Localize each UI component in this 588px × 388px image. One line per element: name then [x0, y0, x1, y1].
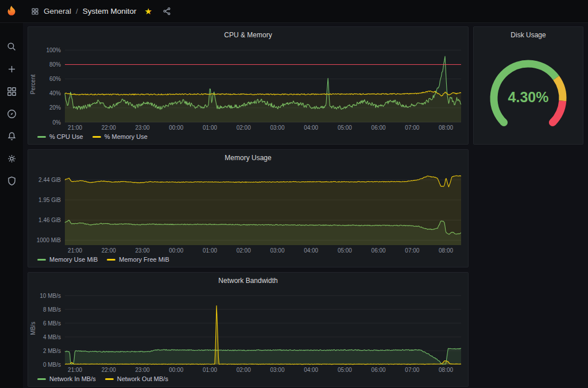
- svg-text:60%: 60%: [49, 76, 61, 82]
- grafana-flame-icon: [5, 5, 18, 18]
- sidebar-item-dashboards[interactable]: [2, 84, 21, 99]
- svg-text:6 MB/s: 6 MB/s: [43, 320, 61, 327]
- sidebar-item-create[interactable]: [2, 61, 21, 76]
- svg-text:08:00: 08:00: [439, 125, 453, 131]
- svg-text:0%: 0%: [53, 119, 61, 126]
- legend-swatch: [92, 136, 101, 138]
- cpu-memory-chart[interactable]: 0%20%40%60%80%100%21:0022:0023:0000:0001…: [28, 41, 468, 133]
- svg-text:00:00: 00:00: [169, 247, 183, 254]
- network-bandwidth-chart[interactable]: 0 MB/s2 MB/s4 MB/s6 MB/s8 MB/s10 MB/s21:…: [28, 286, 468, 375]
- svg-text:MB/s: MB/s: [30, 322, 36, 335]
- svg-text:03:00: 03:00: [270, 367, 284, 373]
- svg-text:10 MB/s: 10 MB/s: [40, 293, 61, 299]
- svg-text:21:00: 21:00: [68, 125, 82, 131]
- svg-text:23:00: 23:00: [136, 367, 150, 373]
- breadcrumb: General / System Monitor ★: [31, 7, 171, 15]
- svg-text:02:00: 02:00: [237, 367, 251, 373]
- dashboards-icon: [6, 86, 17, 97]
- svg-text:2.44 GiB: 2.44 GiB: [38, 177, 61, 183]
- svg-text:03:00: 03:00: [270, 125, 284, 131]
- svg-text:22:00: 22:00: [102, 367, 116, 373]
- svg-text:01:00: 01:00: [203, 247, 217, 254]
- network-bandwidth-legend: Network In MB/sNetwork Out MB/s: [28, 375, 468, 386]
- sidebar-item-search[interactable]: [2, 39, 21, 54]
- svg-text:06:00: 06:00: [372, 247, 386, 254]
- legend-item--cpu-use[interactable]: % CPU Use: [37, 133, 83, 140]
- svg-text:01:00: 01:00: [203, 367, 217, 373]
- dashboards-grid-icon: [31, 7, 39, 15]
- svg-text:02:00: 02:00: [237, 125, 251, 131]
- svg-text:00:00: 00:00: [169, 367, 183, 373]
- memory-usage-legend: Memory Use MiBMemory Free MiB: [28, 255, 468, 267]
- svg-text:04:00: 04:00: [304, 247, 318, 254]
- svg-text:06:00: 06:00: [372, 367, 386, 373]
- breadcrumb-section[interactable]: General: [44, 7, 71, 15]
- compass-icon: [6, 108, 17, 119]
- svg-text:21:00: 21:00: [68, 367, 82, 373]
- legend-item-memory-use-mib[interactable]: Memory Use MiB: [37, 256, 98, 263]
- svg-text:03:00: 03:00: [270, 247, 284, 254]
- panel-title-cpu-memory[interactable]: CPU & Memory: [28, 27, 468, 41]
- sidebar: [0, 23, 23, 388]
- search-icon: [6, 41, 17, 52]
- svg-text:4 MB/s: 4 MB/s: [43, 334, 61, 340]
- panel-title-network-bandwidth[interactable]: Network Bandwidth: [28, 273, 468, 286]
- panel-network-bandwidth: Network Bandwidth 0 MB/s2 MB/s4 MB/s6 MB…: [28, 272, 469, 387]
- legend-swatch: [107, 259, 115, 261]
- share-icon[interactable]: [163, 7, 171, 15]
- svg-text:02:00: 02:00: [237, 247, 251, 254]
- panel-title-memory-usage[interactable]: Memory Usage: [28, 150, 468, 164]
- bell-icon: [6, 131, 17, 142]
- svg-text:08:00: 08:00: [439, 247, 453, 254]
- svg-text:Percent: Percent: [30, 75, 36, 95]
- svg-text:07:00: 07:00: [405, 125, 419, 131]
- sidebar-item-server-admin[interactable]: [2, 173, 21, 188]
- legend-item-memory-free-mib[interactable]: Memory Free MiB: [107, 256, 169, 263]
- memory-usage-chart[interactable]: 1000 MiB1.46 GiB1.95 GiB2.44 GiB21:0022:…: [28, 164, 468, 255]
- sidebar-item-explore[interactable]: [2, 106, 21, 121]
- svg-text:20%: 20%: [49, 104, 61, 111]
- svg-text:21:00: 21:00: [68, 247, 82, 254]
- svg-text:08:00: 08:00: [439, 367, 453, 373]
- sidebar-item-configuration[interactable]: [2, 151, 21, 166]
- svg-text:22:00: 22:00: [102, 125, 116, 131]
- svg-text:23:00: 23:00: [136, 247, 150, 254]
- legend-swatch: [37, 259, 46, 261]
- legend-swatch: [37, 136, 46, 138]
- sidebar-item-alerting[interactable]: [2, 129, 21, 143]
- panel-title-disk-usage[interactable]: Disk Usage: [474, 27, 583, 41]
- svg-text:05:00: 05:00: [338, 247, 352, 254]
- svg-text:1.95 GiB: 1.95 GiB: [38, 197, 61, 203]
- disk-usage-gauge[interactable]: 4.30%: [474, 41, 583, 144]
- legend-swatch: [105, 378, 114, 380]
- svg-text:0 MB/s: 0 MB/s: [43, 362, 61, 368]
- legend-swatch: [37, 378, 46, 380]
- svg-text:04:00: 04:00: [304, 125, 318, 131]
- plus-icon: [6, 64, 17, 75]
- gear-icon: [6, 153, 17, 164]
- svg-text:80%: 80%: [49, 61, 61, 68]
- svg-text:07:00: 07:00: [405, 247, 419, 254]
- svg-text:04:00: 04:00: [304, 367, 318, 373]
- svg-text:8 MB/s: 8 MB/s: [43, 306, 61, 313]
- favorite-star-icon[interactable]: ★: [145, 7, 152, 15]
- svg-text:1000 MiB: 1000 MiB: [37, 237, 61, 243]
- svg-text:2 MB/s: 2 MB/s: [43, 348, 61, 354]
- breadcrumb-separator: /: [76, 7, 78, 15]
- svg-text:1.46 GiB: 1.46 GiB: [38, 217, 61, 223]
- svg-text:07:00: 07:00: [405, 367, 419, 373]
- legend-item--memory-use[interactable]: % Memory Use: [92, 133, 148, 140]
- legend-item-network-in-mb-s[interactable]: Network In MB/s: [37, 375, 96, 382]
- top-nav: General / System Monitor ★: [0, 0, 588, 23]
- svg-text:05:00: 05:00: [338, 125, 352, 131]
- breadcrumb-page-title[interactable]: System Monitor: [83, 7, 137, 15]
- svg-text:22:00: 22:00: [102, 247, 116, 254]
- svg-text:06:00: 06:00: [372, 125, 386, 131]
- panel-disk-usage: Disk Usage 4.30%: [473, 26, 583, 145]
- panel-cpu-memory: CPU & Memory 0%20%40%60%80%100%21:0022:0…: [28, 26, 469, 145]
- svg-text:01:00: 01:00: [203, 125, 217, 131]
- grafana-logo[interactable]: [0, 0, 23, 23]
- legend-item-network-out-mb-s[interactable]: Network Out MB/s: [105, 375, 168, 382]
- svg-text:23:00: 23:00: [136, 125, 150, 131]
- svg-text:100%: 100%: [46, 47, 61, 53]
